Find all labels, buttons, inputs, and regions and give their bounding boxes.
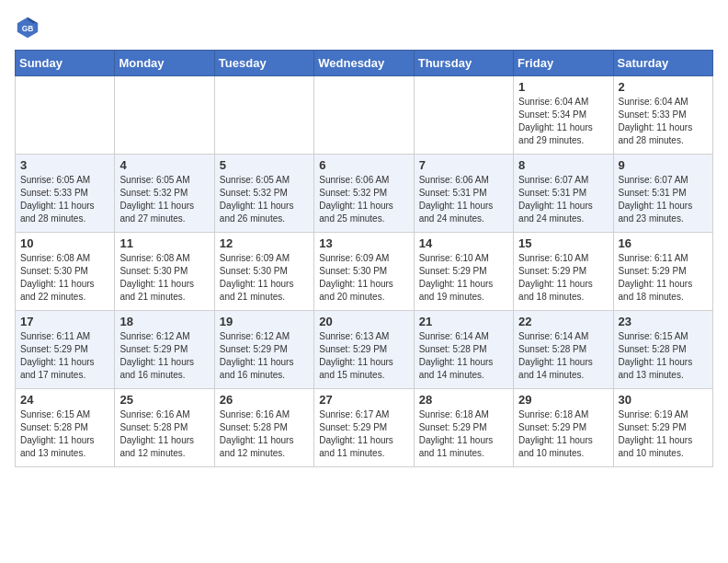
- calendar-cell: 10Sunrise: 6:08 AM Sunset: 5:30 PM Dayli…: [16, 233, 115, 311]
- day-number: 12: [220, 236, 309, 250]
- calendar-week-5: 24Sunrise: 6:15 AM Sunset: 5:28 PM Dayli…: [16, 389, 713, 467]
- calendar-cell: 21Sunrise: 6:14 AM Sunset: 5:28 PM Dayli…: [414, 311, 513, 389]
- day-info: Sunrise: 6:19 AM Sunset: 5:29 PM Dayligh…: [619, 408, 708, 460]
- day-info: Sunrise: 6:18 AM Sunset: 5:29 PM Dayligh…: [518, 408, 608, 460]
- weekday-header-row: SundayMondayTuesdayWednesdayThursdayFrid…: [16, 51, 713, 76]
- calendar-week-1: 1Sunrise: 6:04 AM Sunset: 5:34 PM Daylig…: [16, 76, 713, 155]
- calendar-week-3: 10Sunrise: 6:08 AM Sunset: 5:30 PM Dayli…: [16, 233, 713, 311]
- day-number: 11: [119, 236, 209, 250]
- day-info: Sunrise: 6:14 AM Sunset: 5:28 PM Dayligh…: [419, 330, 508, 382]
- day-info: Sunrise: 6:15 AM Sunset: 5:28 PM Dayligh…: [20, 408, 109, 460]
- calendar-cell: 4Sunrise: 6:05 AM Sunset: 5:32 PM Daylig…: [115, 155, 214, 233]
- day-info: Sunrise: 6:07 AM Sunset: 5:31 PM Dayligh…: [619, 174, 708, 225]
- day-number: 2: [619, 80, 708, 94]
- day-info: Sunrise: 6:04 AM Sunset: 5:33 PM Dayligh…: [619, 96, 708, 147]
- page-header: GB: [15, 15, 713, 40]
- day-number: 13: [319, 236, 408, 250]
- calendar-cell: 3Sunrise: 6:05 AM Sunset: 5:33 PM Daylig…: [16, 155, 115, 233]
- day-info: Sunrise: 6:12 AM Sunset: 5:29 PM Dayligh…: [119, 330, 209, 382]
- day-info: Sunrise: 6:06 AM Sunset: 5:32 PM Dayligh…: [319, 174, 408, 225]
- day-number: 15: [518, 236, 608, 250]
- calendar-cell: 18Sunrise: 6:12 AM Sunset: 5:29 PM Dayli…: [115, 311, 214, 389]
- day-info: Sunrise: 6:05 AM Sunset: 5:32 PM Dayligh…: [119, 174, 209, 225]
- weekday-header-saturday: Saturday: [613, 51, 712, 76]
- day-info: Sunrise: 6:15 AM Sunset: 5:28 PM Dayligh…: [619, 330, 708, 382]
- calendar-table: SundayMondayTuesdayWednesdayThursdayFrid…: [15, 50, 713, 467]
- day-number: 21: [419, 315, 508, 328]
- calendar-cell: [115, 76, 214, 155]
- calendar-cell: 13Sunrise: 6:09 AM Sunset: 5:30 PM Dayli…: [314, 233, 414, 311]
- calendar-cell: 27Sunrise: 6:17 AM Sunset: 5:29 PM Dayli…: [314, 389, 414, 467]
- calendar-cell: 9Sunrise: 6:07 AM Sunset: 5:31 PM Daylig…: [613, 155, 712, 233]
- weekday-header-friday: Friday: [514, 51, 613, 76]
- day-number: 30: [619, 393, 708, 407]
- calendar-cell: 26Sunrise: 6:16 AM Sunset: 5:28 PM Dayli…: [214, 389, 313, 467]
- weekday-header-monday: Monday: [115, 51, 214, 76]
- calendar-cell: 7Sunrise: 6:06 AM Sunset: 5:31 PM Daylig…: [414, 155, 513, 233]
- calendar-cell: 25Sunrise: 6:16 AM Sunset: 5:28 PM Dayli…: [115, 389, 214, 467]
- day-info: Sunrise: 6:14 AM Sunset: 5:28 PM Dayligh…: [518, 330, 608, 382]
- logo-icon: GB: [15, 15, 40, 40]
- day-info: Sunrise: 6:04 AM Sunset: 5:34 PM Dayligh…: [518, 96, 608, 147]
- day-info: Sunrise: 6:16 AM Sunset: 5:28 PM Dayligh…: [220, 408, 309, 460]
- calendar-cell: [16, 76, 115, 155]
- day-number: 4: [119, 158, 209, 172]
- day-info: Sunrise: 6:05 AM Sunset: 5:33 PM Dayligh…: [20, 174, 109, 225]
- calendar-cell: 5Sunrise: 6:05 AM Sunset: 5:32 PM Daylig…: [214, 155, 313, 233]
- day-number: 8: [518, 158, 608, 172]
- calendar-week-2: 3Sunrise: 6:05 AM Sunset: 5:33 PM Daylig…: [16, 155, 713, 233]
- weekday-header-sunday: Sunday: [16, 51, 115, 76]
- day-info: Sunrise: 6:16 AM Sunset: 5:28 PM Dayligh…: [119, 408, 209, 460]
- day-info: Sunrise: 6:06 AM Sunset: 5:31 PM Dayligh…: [419, 174, 508, 225]
- day-number: 22: [518, 315, 608, 328]
- day-number: 6: [319, 158, 408, 172]
- day-number: 19: [220, 315, 309, 328]
- calendar-cell: 16Sunrise: 6:11 AM Sunset: 5:29 PM Dayli…: [613, 233, 712, 311]
- calendar-cell: [314, 76, 414, 155]
- day-number: 29: [518, 393, 608, 407]
- day-number: 17: [20, 315, 109, 328]
- day-number: 5: [220, 158, 309, 172]
- day-number: 9: [619, 158, 708, 172]
- day-number: 3: [20, 158, 109, 172]
- day-number: 1: [518, 80, 608, 94]
- calendar-cell: [414, 76, 513, 155]
- day-number: 20: [319, 315, 408, 328]
- day-info: Sunrise: 6:17 AM Sunset: 5:29 PM Dayligh…: [319, 408, 408, 460]
- day-info: Sunrise: 6:09 AM Sunset: 5:30 PM Dayligh…: [220, 252, 309, 304]
- day-info: Sunrise: 6:08 AM Sunset: 5:30 PM Dayligh…: [119, 252, 209, 304]
- day-info: Sunrise: 6:10 AM Sunset: 5:29 PM Dayligh…: [419, 252, 508, 304]
- svg-text:GB: GB: [22, 24, 34, 33]
- weekday-header-thursday: Thursday: [414, 51, 513, 76]
- day-number: 26: [220, 393, 309, 407]
- day-info: Sunrise: 6:12 AM Sunset: 5:29 PM Dayligh…: [220, 330, 309, 382]
- day-info: Sunrise: 6:10 AM Sunset: 5:29 PM Dayligh…: [518, 252, 608, 304]
- weekday-header-wednesday: Wednesday: [314, 51, 414, 76]
- day-info: Sunrise: 6:11 AM Sunset: 5:29 PM Dayligh…: [619, 252, 708, 304]
- calendar-cell: 12Sunrise: 6:09 AM Sunset: 5:30 PM Dayli…: [214, 233, 313, 311]
- day-number: 27: [319, 393, 408, 407]
- day-number: 25: [119, 393, 209, 407]
- day-number: 23: [619, 315, 708, 328]
- day-number: 28: [419, 393, 508, 407]
- calendar-cell: 30Sunrise: 6:19 AM Sunset: 5:29 PM Dayli…: [613, 389, 712, 467]
- day-info: Sunrise: 6:05 AM Sunset: 5:32 PM Dayligh…: [220, 174, 309, 225]
- day-info: Sunrise: 6:08 AM Sunset: 5:30 PM Dayligh…: [20, 252, 109, 304]
- calendar-cell: 19Sunrise: 6:12 AM Sunset: 5:29 PM Dayli…: [214, 311, 313, 389]
- calendar-cell: 11Sunrise: 6:08 AM Sunset: 5:30 PM Dayli…: [115, 233, 214, 311]
- calendar-cell: 1Sunrise: 6:04 AM Sunset: 5:34 PM Daylig…: [514, 76, 613, 155]
- calendar-week-4: 17Sunrise: 6:11 AM Sunset: 5:29 PM Dayli…: [16, 311, 713, 389]
- calendar-cell: 20Sunrise: 6:13 AM Sunset: 5:29 PM Dayli…: [314, 311, 414, 389]
- calendar-cell: 8Sunrise: 6:07 AM Sunset: 5:31 PM Daylig…: [514, 155, 613, 233]
- weekday-header-tuesday: Tuesday: [214, 51, 313, 76]
- day-info: Sunrise: 6:18 AM Sunset: 5:29 PM Dayligh…: [419, 408, 508, 460]
- day-number: 24: [20, 393, 109, 407]
- day-info: Sunrise: 6:07 AM Sunset: 5:31 PM Dayligh…: [518, 174, 608, 225]
- calendar-cell: 6Sunrise: 6:06 AM Sunset: 5:32 PM Daylig…: [314, 155, 414, 233]
- calendar-cell: 17Sunrise: 6:11 AM Sunset: 5:29 PM Dayli…: [16, 311, 115, 389]
- day-number: 16: [619, 236, 708, 250]
- logo: GB: [15, 15, 44, 40]
- day-number: 10: [20, 236, 109, 250]
- calendar-cell: 28Sunrise: 6:18 AM Sunset: 5:29 PM Dayli…: [414, 389, 513, 467]
- day-info: Sunrise: 6:13 AM Sunset: 5:29 PM Dayligh…: [319, 330, 408, 382]
